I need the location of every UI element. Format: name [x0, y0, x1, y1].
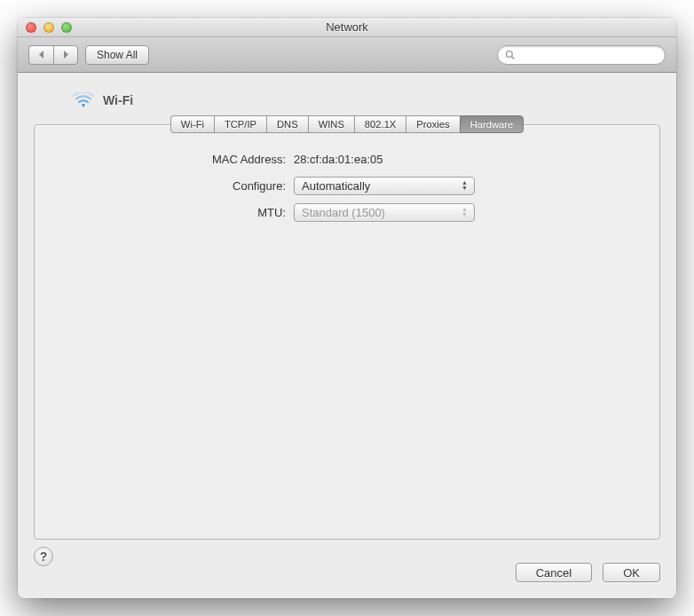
- forward-button[interactable]: [53, 45, 78, 65]
- sheet-title: Wi-Fi: [103, 93, 133, 107]
- back-button[interactable]: [28, 45, 53, 65]
- nav-buttons: [28, 45, 78, 65]
- svg-point-0: [507, 51, 513, 57]
- search-icon: [505, 50, 516, 60]
- help-button[interactable]: ?: [34, 547, 53, 566]
- tab-tcpip[interactable]: TCP/IP: [214, 115, 266, 133]
- mac-address-row: MAC Address: 28:cf:da:01:ea:05: [35, 148, 580, 170]
- sheet-header: Wi-Fi: [34, 85, 660, 115]
- mac-address-value: 28:cf:da:01:ea:05: [294, 153, 382, 166]
- tab-bar: Wi-Fi TCP/IP DNS WINS 802.1X Proxies Har…: [34, 115, 660, 133]
- dropdown-arrows-icon: ▲▼: [458, 206, 471, 219]
- show-all-button[interactable]: Show All: [85, 45, 149, 65]
- tab-8021x[interactable]: 802.1X: [354, 115, 406, 133]
- mac-address-label: MAC Address:: [35, 153, 294, 166]
- mtu-row: MTU: Standard (1500) ▲▼: [35, 201, 580, 223]
- search-input[interactable]: [520, 49, 658, 61]
- configure-dropdown[interactable]: Automatically ▲▼: [294, 177, 475, 195]
- content-area: Wi-Fi Wi-Fi TCP/IP DNS WINS 802.1X Proxi…: [18, 73, 676, 598]
- wifi-icon: [73, 92, 94, 108]
- mtu-value: Standard (1500): [302, 206, 385, 219]
- configure-value: Automatically: [302, 179, 370, 193]
- mtu-label: MTU:: [35, 206, 294, 219]
- titlebar: Network: [18, 18, 676, 37]
- svg-line-1: [512, 56, 515, 59]
- configure-row: Configure: Automatically ▲▼: [35, 175, 580, 196]
- tab-proxies[interactable]: Proxies: [406, 115, 459, 133]
- toolbar: Show All: [18, 37, 676, 73]
- cancel-button[interactable]: Cancel: [516, 563, 592, 582]
- dropdown-arrows-icon: ▲▼: [458, 179, 471, 193]
- ok-button[interactable]: OK: [603, 563, 660, 582]
- mtu-dropdown: Standard (1500) ▲▼: [294, 203, 475, 222]
- tab-dns[interactable]: DNS: [266, 115, 308, 133]
- close-window-button[interactable]: [26, 22, 36, 33]
- search-field[interactable]: [497, 45, 666, 65]
- tab-wins[interactable]: WINS: [308, 115, 354, 133]
- window: Network Show All: [18, 18, 676, 598]
- dialog-buttons: Cancel OK: [516, 563, 660, 582]
- minimize-window-button[interactable]: [43, 22, 54, 33]
- tab-wifi[interactable]: Wi-Fi: [170, 115, 214, 133]
- tab-hardware[interactable]: Hardware: [460, 115, 524, 133]
- configure-label: Configure:: [35, 179, 294, 193]
- window-title: Network: [18, 20, 676, 34]
- traffic-lights: [18, 22, 72, 33]
- zoom-window-button[interactable]: [61, 22, 72, 33]
- sheet-panel: MAC Address: 28:cf:da:01:ea:05 Configure…: [34, 124, 660, 540]
- hardware-form: MAC Address: 28:cf:da:01:ea:05 Configure…: [35, 148, 659, 223]
